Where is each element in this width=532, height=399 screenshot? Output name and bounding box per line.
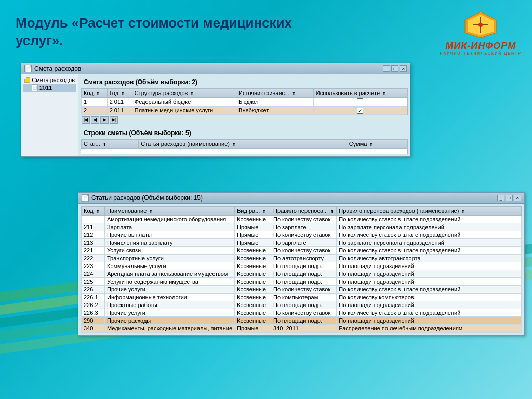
- cell-vid: Косвенные: [235, 247, 271, 255]
- cell-pravilo-full: По количеству ставок в штате подразделен…: [337, 247, 522, 255]
- checkbox-0[interactable]: [357, 98, 363, 104]
- tree-item-2011[interactable]: 📄 2011: [23, 84, 76, 92]
- stati-col-kod[interactable]: Код ⬆: [82, 207, 105, 216]
- stati-row-6[interactable]: 223 Коммунальные услуги Косвенные По пло…: [82, 262, 522, 270]
- stroki-col1[interactable]: Стат... ⬆: [82, 139, 139, 148]
- cell-naim: Зарплата: [105, 223, 235, 231]
- cell-checked[interactable]: [313, 98, 407, 107]
- cell-naim: Прочие услуги: [105, 309, 235, 317]
- tree-label-2011: 2011: [39, 85, 52, 91]
- stati-row-8[interactable]: 225 Услуги по содержанию имущества Косве…: [82, 278, 522, 286]
- stati-col-pravilo-full[interactable]: Правило переноса расходов (наименование)…: [337, 207, 522, 216]
- stati-header-row: Код ⬆ Наименование ⬆ Вид ра... ⬆ Правило…: [82, 207, 522, 216]
- cell-pravilo: По количеству ставок: [271, 247, 337, 255]
- window2-controls[interactable]: _ □ ✕: [497, 195, 521, 201]
- col-struktura[interactable]: Структура расходов ⬆: [132, 89, 236, 98]
- cell-kod: 340: [82, 325, 105, 332]
- stati-row-11[interactable]: 226.2 Проектные работы Косвенные По площ…: [82, 301, 522, 309]
- col-istochnik[interactable]: Источник финанс... ⬆: [236, 89, 314, 98]
- cell-vid: Косвенные: [235, 255, 271, 262]
- col-ispolzovat[interactable]: Использовать в расчёте ⬆: [313, 89, 407, 98]
- cell-struktura: Платные медицинские услуги: [132, 107, 236, 115]
- cell-vid: Косвенные: [235, 270, 271, 278]
- cell-kod: 226.3: [82, 309, 105, 317]
- cell-kod: 226.1: [82, 294, 105, 301]
- cell-vid: Косвенные: [235, 317, 271, 325]
- cell-kod: 290: [82, 317, 105, 325]
- cell-kod: 225: [82, 278, 105, 286]
- col-kod[interactable]: Код ⬆: [82, 89, 108, 98]
- tree-item-smeta[interactable]: Смета расходов: [23, 76, 76, 84]
- cell-kod: 2: [82, 107, 108, 115]
- stroki-col3[interactable]: Сумма ⬆: [347, 139, 407, 148]
- stati-row-5[interactable]: 222 Транспортные услуги Косвенные По авт…: [82, 255, 522, 262]
- cell-naim: Прочие услуги: [105, 286, 235, 294]
- stati-row-7[interactable]: 224 Арендная плата за пользование имущес…: [82, 270, 522, 278]
- cell-pravilo: По компьютерам: [271, 294, 337, 301]
- window1-controls[interactable]: _ □ ✕: [383, 65, 407, 72]
- cell-pravilo-full: По площади подразделений: [337, 262, 522, 270]
- logo-text: МИК-ИНФОРМ: [445, 41, 516, 51]
- cell-kod: 212: [82, 231, 105, 239]
- stati-row-0[interactable]: Амортизация немедицинского оборудования …: [82, 216, 522, 223]
- nav-next[interactable]: ▶: [100, 116, 109, 124]
- cell-pravilo: По площади подр.: [271, 317, 337, 325]
- cell-pravilo: По автотранспорту: [271, 255, 337, 262]
- stati-row-4[interactable]: 221 Услуги связи Косвенные По количеству…: [82, 247, 522, 255]
- window2-minimize[interactable]: _: [497, 195, 504, 201]
- cell-pravilo: По зарплате: [271, 239, 337, 247]
- cell-kod: 223: [82, 262, 105, 270]
- cell-pravilo-full: По количеству ставок в штате подразделен…: [337, 216, 522, 223]
- cell-vid: Косвенные: [235, 216, 271, 223]
- stati-row-1[interactable]: 211 Зарплата Прямые По зарплате По зарпл…: [82, 223, 522, 231]
- cell-pravilo-full: По количеству ставок в штате подразделен…: [337, 286, 522, 294]
- cell-vid: Прямые: [235, 239, 271, 247]
- cell-naim: Арендная плата за пользование имуществом: [105, 270, 235, 278]
- nav-last[interactable]: ▶|: [110, 116, 118, 124]
- stati-row-14[interactable]: 340 Медикаменты, расходные материалы, пи…: [82, 325, 522, 332]
- checkbox-1[interactable]: ✓: [357, 108, 363, 114]
- stati-row-13[interactable]: 290 Прочие расходы Косвенные По площади …: [82, 317, 522, 325]
- stati-col-vid[interactable]: Вид ра... ⬆: [235, 207, 271, 216]
- cell-pravilo: По площади подр.: [271, 301, 337, 309]
- window1-body: Смета расходов 📄 2011 Смета расходов (Об…: [21, 74, 410, 156]
- stati-col-pravilo[interactable]: Правило переноса... ⬆: [271, 207, 337, 216]
- cell-kod: 1: [82, 98, 108, 107]
- stroki-header-row: Стат... ⬆ Статья расходов (наименование)…: [82, 139, 407, 148]
- nav-prev[interactable]: ◀: [91, 116, 99, 124]
- stati-row-12[interactable]: 226.3 Прочие услуги Косвенные По количес…: [82, 309, 522, 317]
- stati-col-naim[interactable]: Наименование ⬆: [105, 207, 235, 216]
- stati-row-10[interactable]: 226.1 Информационные технологии Косвенны…: [82, 294, 522, 301]
- window1-maximize[interactable]: □: [391, 65, 398, 72]
- cell-kod: [82, 216, 105, 223]
- cell-vid: Косвенные: [235, 301, 271, 309]
- cell-vid: Косвенные: [235, 294, 271, 301]
- stati-row-3[interactable]: 213 Начисления на зарплату Прямые По зар…: [82, 239, 522, 247]
- nav-first[interactable]: |◀: [82, 116, 90, 124]
- cell-naim: Коммунальные услуги: [105, 262, 235, 270]
- cell-pravilo: По количеству ставок: [271, 231, 337, 239]
- cell-checked[interactable]: ✓: [313, 107, 407, 115]
- window2-close[interactable]: ✕: [514, 195, 521, 201]
- window2-maximize[interactable]: □: [506, 195, 513, 201]
- stroki-col2[interactable]: Статья расходов (наименование) ⬆: [139, 139, 347, 148]
- smeta-row-0[interactable]: 1 2 011 Федеральный бюджет Бюджет: [82, 98, 407, 107]
- stati-row-9[interactable]: 226 Прочие услуги Косвенные По количеств…: [82, 286, 522, 294]
- cell-vid: Косвенные: [235, 309, 271, 317]
- stroki-table: Стат... ⬆ Статья расходов (наименование)…: [81, 139, 407, 149]
- cell-pravilo-full: По количеству ставок в штате подразделен…: [337, 309, 522, 317]
- window2-title: Статьи расходов (Объём выборки: 15): [91, 194, 203, 202]
- cell-pravilo-full: По площади подразделений: [337, 301, 522, 309]
- doc-icon: 📄: [32, 84, 38, 91]
- cell-vid: Прямые: [235, 325, 271, 332]
- smeta-row-1[interactable]: 2 2 011 Платные медицинские услуги Внебю…: [82, 107, 407, 115]
- cell-pravilo-full: Распределение по лечебным подразделениям: [337, 325, 522, 332]
- window1-close[interactable]: ✕: [400, 65, 407, 72]
- nav-arrows: |◀ ◀ ▶ ▶|: [81, 115, 408, 125]
- cell-kod: 224: [82, 270, 105, 278]
- window1-minimize[interactable]: _: [383, 65, 390, 72]
- stati-row-2[interactable]: 212 Прочие выплаты Прямые По количеству …: [82, 231, 522, 239]
- cell-pravilo: По количеству ставок: [271, 309, 337, 317]
- col-god[interactable]: Год ⬆: [107, 89, 132, 98]
- logo-subtitle: НАУЧНО-ТЕХНИЧЕСКИЙ ЦЕНТР: [440, 51, 522, 55]
